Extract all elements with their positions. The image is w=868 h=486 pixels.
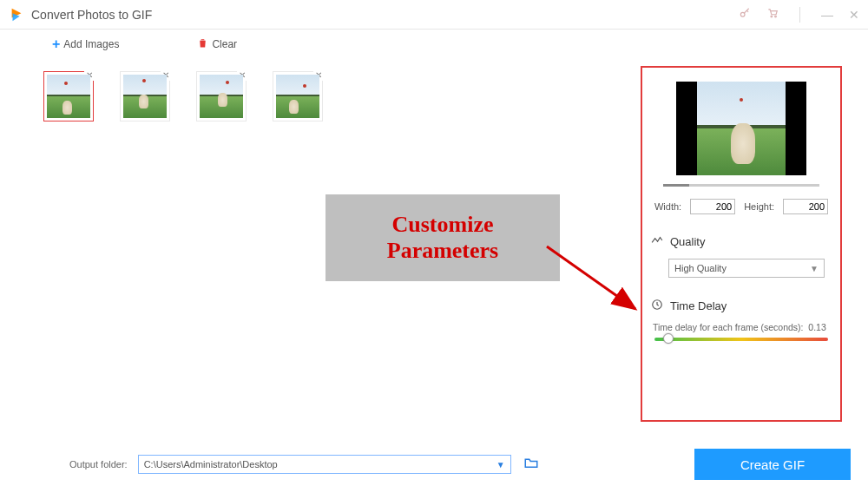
browse-folder-button[interactable] [523, 456, 539, 473]
time-delay-text: Time delay for each frame (seconds): 0.1… [653, 322, 832, 332]
add-images-button[interactable]: + Add Images [52, 37, 119, 51]
time-delay-label: Time Delay [670, 299, 727, 312]
thumbnail[interactable]: ✕ [43, 71, 94, 122]
output-folder-path: C:\Users\Administrator\Desktop [144, 459, 278, 470]
thumb-image [276, 75, 319, 118]
thumb-image [123, 75, 167, 118]
thumbnail[interactable]: ✕ [120, 71, 170, 122]
height-input[interactable] [783, 199, 828, 214]
main-area: ✕✕✕✕ Customize Parameters Width: Hei [17, 56, 851, 443]
svg-line-3 [547, 246, 635, 309]
app-title: Convert Photos to GIF [31, 8, 152, 22]
chevron-down-icon: ▼ [810, 264, 819, 273]
footer: Output folder: C:\Users\Administrator\De… [17, 448, 851, 481]
annotation-box: Customize Parameters [326, 194, 560, 281]
annotation-line2: Parameters [387, 238, 498, 264]
add-images-label: Add Images [63, 38, 119, 50]
slider-thumb[interactable] [663, 333, 674, 344]
thumb-image [200, 75, 243, 118]
quality-value: High Quality [674, 263, 727, 273]
annotation-line1: Customize [392, 212, 494, 238]
width-label: Width: [654, 201, 681, 212]
clear-label: Clear [212, 38, 237, 50]
thumbnail[interactable]: ✕ [273, 71, 323, 122]
svg-point-1 [771, 16, 773, 17]
create-gif-label: Create GIF [740, 457, 805, 472]
app-logo-icon [9, 7, 24, 23]
quality-label: Quality [670, 235, 705, 248]
toolbar: + Add Images Clear [0, 30, 868, 56]
clock-icon [651, 299, 663, 313]
thumbnail[interactable]: ✕ [196, 71, 247, 122]
close-button[interactable]: ✕ [849, 8, 859, 22]
preview-image [676, 82, 806, 175]
chevron-down-icon: ▼ [496, 460, 505, 470]
preview-progress[interactable] [663, 184, 819, 187]
titlebar: Convert Photos to GIF — ✕ [0, 0, 868, 30]
plus-icon: + [52, 37, 60, 51]
parameters-panel: Width: Height: Quality High Quality ▼ [641, 66, 842, 422]
minimize-button[interactable]: — [821, 8, 833, 22]
thumb-image [47, 75, 90, 118]
width-input[interactable] [690, 199, 735, 214]
create-gif-button[interactable]: Create GIF [694, 449, 851, 480]
quality-icon [651, 235, 663, 248]
height-label: Height: [744, 201, 774, 212]
svg-point-2 [775, 16, 777, 17]
trash-icon [197, 37, 208, 51]
output-folder-label: Output folder: [69, 459, 128, 470]
key-icon[interactable] [739, 7, 751, 22]
time-delay-slider[interactable] [654, 338, 828, 341]
clear-button[interactable]: Clear [197, 37, 237, 51]
cart-icon[interactable] [766, 7, 779, 22]
output-folder-input[interactable]: C:\Users\Administrator\Desktop ▼ [138, 455, 511, 474]
quality-select[interactable]: High Quality ▼ [668, 259, 825, 278]
